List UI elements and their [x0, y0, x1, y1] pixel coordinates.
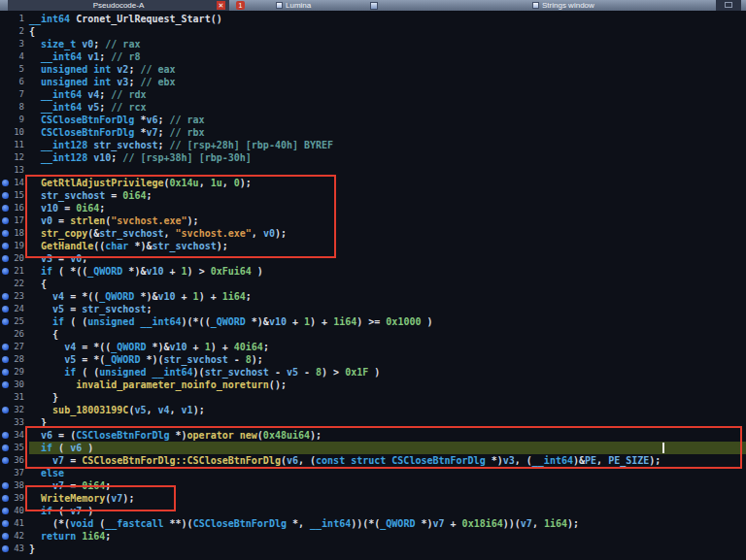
code-text[interactable]: {: [29, 328, 746, 341]
code-line[interactable]: 29 if ( (unsigned __int64)(str_svchost -…: [0, 366, 746, 379]
code-line[interactable]: 5 unsigned int v2; // eax: [0, 63, 746, 76]
code-text[interactable]: {: [29, 278, 746, 290]
code-text[interactable]: if ( *((_QWORD *)&v10 + 1) > 0xFui64 ): [29, 265, 746, 278]
code-text[interactable]: else: [29, 467, 746, 479]
code-line[interactable]: 8 __int64 v5; // rcx: [0, 101, 746, 114]
close-icon[interactable]: ✕: [217, 1, 225, 10]
code-text[interactable]: __int128 str_svchost; // [rsp+28h] [rbp-…: [29, 139, 746, 151]
code-line[interactable]: 28 v5 = *(_QWORD *)(str_svchost - 8);: [0, 353, 746, 366]
code-text[interactable]: v0 = strlen("svchost.exe");: [29, 214, 746, 227]
code-line[interactable]: 36 v7 = CSCloseBtnForDlg::CSCloseBtnForD…: [0, 454, 746, 467]
code-text[interactable]: WriteMemory(v7);: [29, 492, 746, 505]
code-text[interactable]: str_svchost = 0i64;: [29, 189, 746, 202]
address-dot-icon: [2, 407, 9, 413]
code-line[interactable]: 12 __int128 v10; // [rsp+38h] [rbp-30h]: [0, 151, 746, 164]
code-text[interactable]: invalid_parameter_noinfo_noreturn();: [29, 379, 746, 391]
code-text[interactable]: v4 = *((_QWORD *)&v10 + 1) + 1i64;: [29, 290, 746, 303]
code-line[interactable]: 13: [0, 164, 746, 177]
code-line[interactable]: 11 __int128 str_svchost; // [rsp+28h] [r…: [0, 139, 746, 151]
code-text[interactable]: v5 = *(_QWORD *)(str_svchost - 8);: [29, 353, 746, 366]
code-text[interactable]: __int64 v4; // rdx: [29, 88, 746, 101]
code-area[interactable]: 1__int64 Cronet_UrlRequest_Start()2{3 si…: [0, 11, 746, 560]
code-line[interactable]: 22 {: [0, 278, 746, 290]
code-line[interactable]: 18 str_copy(&str_svchost, "svchost.exe",…: [0, 227, 746, 240]
code-line[interactable]: 14 GetRtlAdjustPrivilege(0x14u, 1u, 0);: [0, 177, 746, 189]
code-text[interactable]: GetHandle((char *)&str_svchost);: [29, 240, 746, 252]
code-text[interactable]: __int64 v5; // rcx: [29, 101, 746, 114]
code-line[interactable]: 26 {: [0, 328, 746, 341]
code-text[interactable]: v7 = CSCloseBtnForDlg::CSCloseBtnForDlg(…: [29, 454, 746, 467]
code-text[interactable]: if ( v7 ): [29, 505, 746, 517]
code-text[interactable]: CSCloseBtnForDlg *v7; // rbx: [29, 126, 746, 139]
code-text[interactable]: }: [29, 391, 746, 404]
code-text[interactable]: (*(void (__fastcall **)(CSCloseBtnForDlg…: [29, 517, 746, 530]
code-line[interactable]: 23 v4 = *((_QWORD *)&v10 + 1) + 1i64;: [0, 290, 746, 303]
code-line[interactable]: 33 }: [0, 416, 746, 429]
line-number: 29: [11, 366, 24, 379]
code-line-current[interactable]: 35 if ( v6 ): [0, 442, 746, 454]
panel-title-lumina[interactable]: Lumina: [276, 0, 311, 11]
code-text[interactable]: __int128 v10; // [rsp+38h] [rbp-30h]: [29, 151, 746, 164]
code-text[interactable]: if ( v6 ): [29, 442, 746, 454]
code-line[interactable]: 20 v3 = v0;: [0, 252, 746, 265]
code-text[interactable]: v6 = (CSCloseBtnForDlg *)operator new(0x…: [29, 429, 746, 442]
code-text[interactable]: }: [29, 543, 746, 555]
code-line[interactable]: 19 GetHandle((char *)&str_svchost);: [0, 240, 746, 252]
code-text[interactable]: v7 = 0i64;: [29, 479, 746, 492]
code-text[interactable]: str_copy(&str_svchost, "svchost.exe", v0…: [29, 227, 746, 240]
code-line[interactable]: 24 v5 = str_svchost;: [0, 303, 746, 315]
code-text[interactable]: v10 = 0i64;: [29, 202, 746, 214]
code-line[interactable]: 40 if ( v7 ): [0, 505, 746, 517]
code-line[interactable]: 32 sub_18003199C(v5, v4, v1);: [0, 404, 746, 416]
code-text[interactable]: v4 = *((_QWORD *)&v10 + 1) + 40i64;: [29, 341, 746, 353]
panel-title-strings-window[interactable]: Strings window: [532, 0, 594, 11]
code-line[interactable]: 41 (*(void (__fastcall **)(CSCloseBtnFor…: [0, 517, 746, 530]
code-text[interactable]: if ( (unsigned __int64)(str_svchost - v5…: [29, 366, 746, 379]
panel-icon[interactable]: [370, 2, 378, 10]
code-line[interactable]: 1__int64 Cronet_UrlRequest_Start(): [0, 13, 746, 25]
text-cursor: [662, 443, 664, 453]
code-line[interactable]: 34 v6 = (CSCloseBtnForDlg *)operator new…: [0, 429, 746, 442]
code-text[interactable]: {: [29, 25, 746, 38]
code-line[interactable]: 16 v10 = 0i64;: [0, 202, 746, 214]
code-line[interactable]: 4 __int64 v1; // r8: [0, 50, 746, 63]
code-line[interactable]: 42 return 1i64;: [0, 530, 746, 543]
code-line[interactable]: 3 size_t v0; // rax: [0, 38, 746, 50]
code-text[interactable]: if ( (unsigned __int64)(*((_QWORD *)&v10…: [29, 315, 746, 328]
code-line[interactable]: 15 str_svchost = 0i64;: [0, 189, 746, 202]
code-text[interactable]: size_t v0; // rax: [29, 38, 746, 50]
code-line[interactable]: 31 }: [0, 391, 746, 404]
code-text[interactable]: sub_18003199C(v5, v4, v1);: [29, 404, 746, 416]
line-number: 5: [11, 63, 24, 76]
window-top-bar: Pseudocode-A ✕ 1 Lumina Strings window: [0, 0, 746, 11]
code-line[interactable]: 2{: [0, 25, 746, 38]
code-line[interactable]: 30 invalid_parameter_noinfo_noreturn();: [0, 379, 746, 391]
code-text[interactable]: unsigned int v2; // eax: [29, 63, 746, 76]
code-text[interactable]: v3 = v0;: [29, 252, 746, 265]
code-line[interactable]: 43}: [0, 543, 746, 555]
code-text[interactable]: }: [29, 416, 746, 429]
code-text[interactable]: return 1i64;: [29, 530, 746, 543]
code-text[interactable]: GetRtlAdjustPrivilege(0x14u, 1u, 0);: [29, 177, 746, 189]
code-line[interactable]: 27 v4 = *((_QWORD *)&v10 + 1) + 40i64;: [0, 341, 746, 353]
tab-pseudocode-a[interactable]: Pseudocode-A ✕: [8, 0, 229, 11]
code-line[interactable]: 39 WriteMemory(v7);: [0, 492, 746, 505]
code-text[interactable]: v5 = str_svchost;: [29, 303, 746, 315]
dock-button[interactable]: [716, 0, 741, 11]
code-line[interactable]: 21 if ( *((_QWORD *)&v10 + 1) > 0xFui64 …: [0, 265, 746, 278]
code-line[interactable]: 7 __int64 v4; // rdx: [0, 88, 746, 101]
code-line[interactable]: 37 else: [0, 467, 746, 479]
code-line[interactable]: 25 if ( (unsigned __int64)(*((_QWORD *)&…: [0, 315, 746, 328]
code-line[interactable]: 17 v0 = strlen("svchost.exe");: [0, 214, 746, 227]
code-text[interactable]: __int64 Cronet_UrlRequest_Start(): [29, 13, 746, 25]
code-text[interactable]: __int64 v1; // r8: [29, 50, 746, 63]
code-text[interactable]: CSCloseBtnForDlg *v6; // rax: [29, 114, 746, 126]
code-line[interactable]: 10 CSCloseBtnForDlg *v7; // rbx: [0, 126, 746, 139]
code-line[interactable]: 38 v7 = 0i64;: [0, 479, 746, 492]
code-text[interactable]: [29, 164, 746, 177]
code-text[interactable]: unsigned int v3; // ebx: [29, 76, 746, 88]
panel-label: Lumina: [286, 1, 311, 10]
code-line[interactable]: 9 CSCloseBtnForDlg *v6; // rax: [0, 114, 746, 126]
code-line[interactable]: 6 unsigned int v3; // ebx: [0, 76, 746, 88]
line-number: 37: [11, 467, 24, 479]
